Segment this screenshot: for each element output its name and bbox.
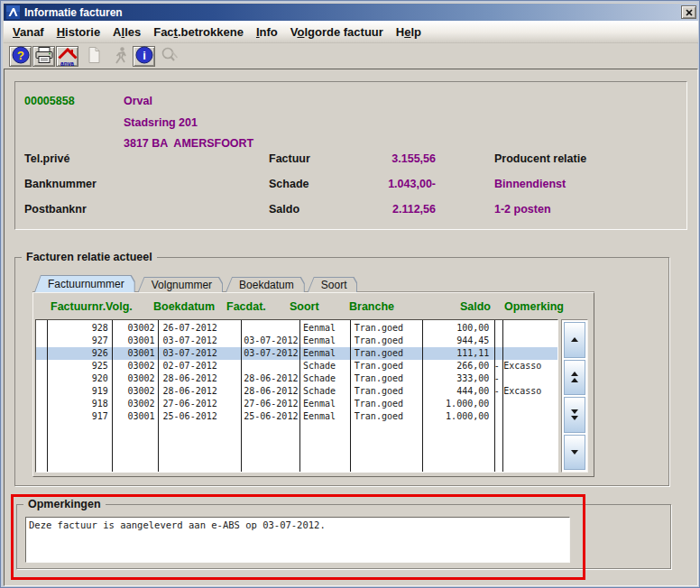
cell: Tran.goed [349, 347, 421, 360]
new-document-icon [83, 45, 105, 69]
cell: 03002 [112, 398, 158, 410]
table-row[interactable]: 9180300227-06-201227-06-2012EenmalTran.g… [36, 398, 557, 410]
scroll-down-button[interactable] [564, 435, 585, 471]
grid-line [47, 320, 48, 472]
cell [240, 322, 299, 335]
cell [501, 372, 557, 385]
cell: 925 [47, 360, 112, 372]
relation-street: Stadsring 201 [124, 116, 198, 129]
table-row[interactable]: 9280300226-07-2012EenmalTran.goed100,00 [36, 322, 557, 335]
cell: Eenmal [299, 410, 349, 423]
cell: 918 [47, 398, 112, 410]
grid-line [494, 320, 495, 472]
grid-line [502, 320, 503, 472]
close-button[interactable] [681, 5, 696, 19]
cell: 03001 [112, 410, 158, 423]
cell [36, 335, 47, 347]
relation-number: 00005858 [24, 95, 75, 107]
cell [501, 322, 557, 335]
table-row[interactable]: 9190300228-06-201228-06-2012SchadeTran.g… [36, 385, 557, 398]
cell: 27-06-2012 [158, 398, 241, 410]
cell: 333,00 [421, 372, 493, 385]
grid-line [422, 320, 423, 472]
table-row[interactable]: 9260300103-07-201203-07-2012EenmalTran.g… [36, 347, 557, 360]
cell [36, 410, 47, 423]
cell [36, 322, 47, 335]
menu-item-fact-betrokkene[interactable]: Fact.betrokkene [147, 23, 250, 41]
scroll-down-icon [571, 450, 578, 455]
scroll-down-double-icon [571, 409, 578, 414]
cell [36, 398, 47, 410]
column-header-branche: Branche [349, 300, 394, 313]
scroll-down-double-button[interactable] [564, 397, 585, 433]
cell: 917 [47, 410, 112, 423]
cell: Tran.goed [349, 322, 421, 335]
menu-item-help[interactable]: Help [390, 23, 428, 41]
content-panel: 00005858 Orval Stadsring 201 3817 BA AME… [4, 69, 698, 586]
scroll-up-button[interactable] [564, 322, 585, 358]
grid-line [112, 320, 113, 472]
label-banknummer: Banknummer [24, 178, 97, 190]
menu-item-alles[interactable]: Alles [106, 23, 147, 41]
tab-volgnummer[interactable]: Volgnummer [138, 277, 223, 292]
menu-item-volgorde-factuur[interactable]: Volgorde factuur [284, 23, 390, 41]
cell: 26-07-2012 [158, 322, 241, 335]
menu-item-vanaf[interactable]: Vanaf [6, 23, 51, 41]
title-bar: Informatie facturen [4, 4, 698, 21]
cell [501, 347, 557, 360]
cell: 03002 [112, 372, 158, 385]
binnendienst-label: Binnendienst [494, 178, 566, 190]
invoices-table: 9280300226-07-2012EenmalTran.goed100,009… [35, 319, 558, 473]
column-header-facdat: Facdat. [226, 300, 266, 313]
label-factuur: Factuur [269, 152, 310, 165]
help-button[interactable]: ? [9, 46, 32, 67]
cell: Eenmal [299, 347, 349, 360]
grid-line [241, 320, 242, 472]
column-header-saldo: Saldo [460, 300, 491, 313]
cell: 27-06-2012 [240, 398, 299, 410]
cell: Tran.goed [349, 360, 421, 372]
cell: 03002 [112, 385, 158, 398]
toolbar-button-label: anva [60, 61, 74, 67]
cell: 1.000,00 [421, 398, 493, 410]
tab-boekdatum[interactable]: Boekdatum [226, 277, 305, 292]
table-row[interactable]: 9270300103-07-201203-07-2012EenmalTran.g… [36, 335, 557, 347]
print-button[interactable] [32, 46, 55, 67]
relation-info-panel: 00005858 Orval Stadsring 201 3817 BA AME… [14, 81, 687, 230]
table-row[interactable]: 9200300228-06-201228-06-2012SchadeTran.g… [36, 372, 557, 385]
anva-home-button[interactable]: anva [56, 46, 78, 67]
close-icon [686, 9, 693, 16]
menu-item-historie[interactable]: Historie [51, 23, 106, 41]
cell: 28-06-2012 [240, 385, 299, 398]
cell: Tran.goed [349, 385, 421, 398]
scroll-up-double-button[interactable] [564, 360, 585, 396]
remarks-group-title: Opmerkingen [23, 498, 106, 510]
cell [36, 347, 47, 360]
tab-soort[interactable]: Soort [308, 277, 358, 292]
cell: 927 [47, 335, 112, 347]
cell: 03001 [112, 335, 158, 347]
grid-line [158, 320, 159, 472]
tab-factuurnummer[interactable]: Factuurnummer [34, 275, 135, 292]
remarks-textarea[interactable]: Deze factuur is aangeleverd aan e-ABS op… [25, 517, 570, 563]
cell: Schade [299, 372, 349, 385]
cell: 928 [47, 322, 112, 335]
relation-name: Orval [124, 95, 152, 107]
info-button[interactable]: i [133, 46, 155, 67]
menu-bar: VanafHistorieAllesFact.betrokkeneInfoVol… [4, 21, 698, 43]
value-saldo: 2.112,56 [327, 203, 436, 216]
cell: 03-07-2012 [240, 347, 299, 360]
cell [501, 335, 557, 347]
help-icon: ? [10, 45, 32, 69]
label-tel-prive: Tel.privé [24, 152, 69, 165]
menu-item-info[interactable]: Info [250, 23, 284, 41]
table-row[interactable]: 9170300125-06-201225-06-2012EenmalTran.g… [36, 410, 557, 423]
table-row[interactable]: 9250300202-07-2012SchadeTran.goed266,00-… [36, 360, 557, 372]
cell [36, 372, 47, 385]
svg-text:?: ? [17, 48, 24, 61]
cell: Schade [299, 385, 349, 398]
grid-line [350, 320, 351, 472]
new-document-button [82, 46, 105, 67]
value-schade: 1.043,00- [327, 178, 436, 190]
cell: 926 [47, 347, 112, 360]
